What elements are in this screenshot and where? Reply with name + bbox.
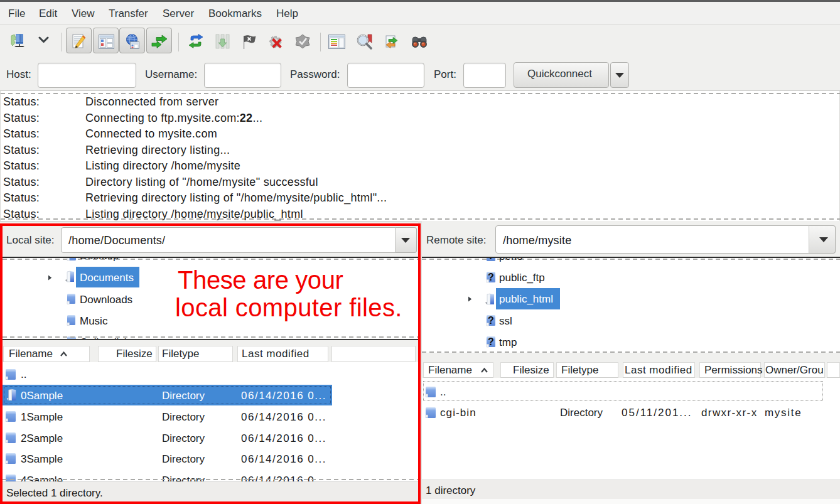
svg-text:?: ? bbox=[488, 258, 494, 261]
svg-text:?: ? bbox=[488, 315, 494, 326]
svg-text:?: ? bbox=[488, 272, 494, 282]
svg-text:?: ? bbox=[488, 336, 494, 347]
